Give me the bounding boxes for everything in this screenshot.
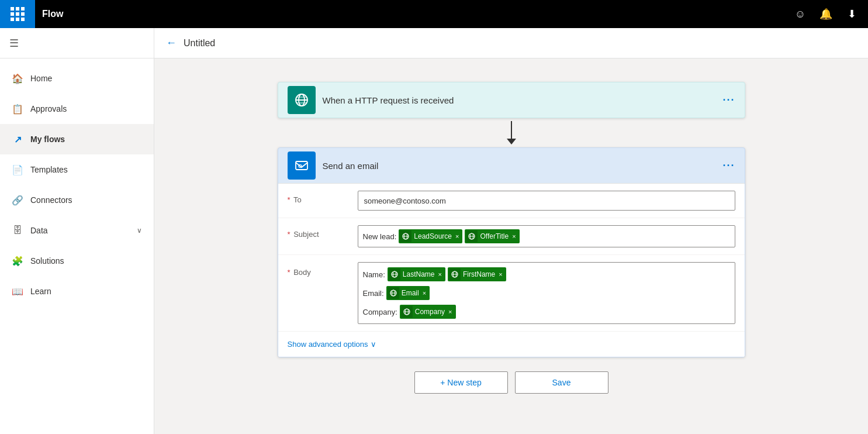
body-required: * bbox=[288, 268, 291, 277]
firstname-chip-close[interactable]: × bbox=[499, 271, 502, 278]
offertitle-chip-label: OfferTitle bbox=[480, 232, 509, 240]
sidebar-nav: 🏠 Home 📋 Approvals ↗ My flows 📄 Template… bbox=[0, 58, 154, 434]
subject-row: * Subject New lead: LeadSource × bbox=[278, 218, 745, 255]
templates-icon: 📄 bbox=[12, 164, 23, 175]
to-row: * To bbox=[278, 184, 745, 218]
show-advanced-chevron-icon: ∨ bbox=[371, 340, 376, 349]
show-advanced-label: Show advanced options bbox=[288, 340, 368, 349]
flow-arrow bbox=[507, 118, 516, 147]
subject-label: * Subject bbox=[288, 225, 358, 239]
trigger-block[interactable]: When a HTTP request is received ··· bbox=[278, 82, 745, 118]
company-chip-close[interactable]: × bbox=[448, 308, 452, 315]
body-email-line: Email: Email × bbox=[363, 286, 730, 300]
save-button[interactable]: Save bbox=[515, 371, 608, 394]
arrow-head bbox=[507, 139, 516, 144]
action-title: Send an email bbox=[323, 161, 716, 171]
token-offertitle[interactable]: OfferTitle × bbox=[465, 229, 519, 243]
trigger-icon bbox=[288, 86, 316, 114]
sidebar-item-connectors[interactable]: 🔗 Connectors bbox=[0, 185, 154, 215]
sidebar-item-data[interactable]: 🗄 Data ∨ bbox=[0, 215, 154, 246]
body-company-line: Company: Company × bbox=[363, 305, 730, 319]
leadsource-chip-icon bbox=[400, 230, 411, 242]
body-company-prefix: Company: bbox=[363, 308, 397, 316]
firstname-chip-label: FirstName bbox=[463, 270, 495, 278]
sidebar: ☰ 🏠 Home 📋 Approvals ↗ My flows 📄 Templa… bbox=[0, 28, 154, 434]
subject-input[interactable]: New lead: LeadSource × bbox=[358, 225, 735, 247]
svg-text:O: O bbox=[298, 163, 302, 169]
topbar: Flow ☺ 🔔 ⬇ bbox=[0, 0, 868, 28]
waffle-icon bbox=[11, 7, 25, 21]
bottom-actions: + New step Save bbox=[414, 357, 608, 403]
sidebar-item-home[interactable]: 🏠 Home bbox=[0, 63, 154, 94]
sidebar-header: ☰ bbox=[0, 28, 154, 58]
data-chevron-icon: ∨ bbox=[137, 226, 142, 235]
sidebar-item-approvals[interactable]: 📋 Approvals bbox=[0, 94, 154, 124]
email-chip-label: Email bbox=[402, 289, 419, 297]
hamburger-icon[interactable]: ☰ bbox=[9, 37, 19, 50]
sidebar-label-solutions: Solutions bbox=[30, 256, 64, 266]
connectors-icon: 🔗 bbox=[12, 195, 23, 206]
token-firstname[interactable]: FirstName × bbox=[448, 267, 506, 281]
firstname-chip-icon bbox=[449, 268, 461, 280]
download-button[interactable]: ⬇ bbox=[840, 2, 863, 26]
topbar-actions: ☺ 🔔 ⬇ bbox=[789, 2, 868, 26]
to-input[interactable] bbox=[358, 191, 735, 211]
sidebar-item-templates[interactable]: 📄 Templates bbox=[0, 154, 154, 185]
sidebar-label-approvals: Approvals bbox=[30, 104, 67, 113]
trigger-header: When a HTTP request is received ··· bbox=[278, 82, 745, 118]
show-advanced-link[interactable]: Show advanced options ∨ bbox=[288, 340, 735, 349]
body-input[interactable]: Name: LastName × bbox=[358, 262, 735, 324]
sidebar-item-solutions[interactable]: 🧩 Solutions bbox=[0, 246, 154, 276]
data-icon: 🗄 bbox=[12, 225, 23, 236]
waffle-button[interactable] bbox=[0, 0, 35, 28]
back-button[interactable]: ← bbox=[166, 37, 177, 49]
sidebar-item-learn[interactable]: 📖 Learn bbox=[0, 276, 154, 306]
myflows-icon: ↗ bbox=[12, 134, 23, 145]
body-label: * Body bbox=[288, 262, 358, 277]
offertitle-chip-icon bbox=[466, 230, 478, 242]
lastname-chip-icon bbox=[389, 268, 400, 280]
approvals-icon: 📋 bbox=[12, 104, 23, 115]
action-header: O Send an email ··· bbox=[278, 148, 745, 183]
lastname-chip-label: LastName bbox=[403, 270, 435, 278]
sidebar-label-myflows: My flows bbox=[30, 135, 65, 144]
sidebar-item-myflows[interactable]: ↗ My flows bbox=[0, 124, 154, 154]
feedback-button[interactable]: ☺ bbox=[789, 2, 812, 26]
arrow-line bbox=[511, 121, 512, 139]
content-area: ← Untitled When a HTT bbox=[154, 28, 868, 434]
sidebar-label-learn: Learn bbox=[30, 287, 51, 296]
email-chip-icon bbox=[388, 287, 399, 299]
new-step-button[interactable]: + New step bbox=[414, 371, 508, 394]
body-name-prefix: Name: bbox=[363, 270, 385, 279]
email-chip-close[interactable]: × bbox=[423, 290, 426, 297]
token-email[interactable]: Email × bbox=[386, 286, 430, 300]
token-company[interactable]: Company × bbox=[400, 305, 456, 319]
token-lastname[interactable]: LastName × bbox=[388, 267, 445, 281]
main-layout: ☰ 🏠 Home 📋 Approvals ↗ My flows 📄 Templa… bbox=[0, 28, 868, 434]
body-email-prefix: Email: bbox=[363, 289, 384, 298]
solutions-icon: 🧩 bbox=[12, 256, 23, 267]
home-icon: 🏠 bbox=[12, 73, 23, 84]
sidebar-label-connectors: Connectors bbox=[30, 195, 72, 205]
flow-canvas: When a HTTP request is received ··· O bbox=[154, 58, 868, 434]
body-name-line: Name: LastName × bbox=[363, 267, 730, 281]
trigger-more-button[interactable]: ··· bbox=[722, 94, 735, 106]
action-block[interactable]: O Send an email ··· * To bbox=[278, 147, 745, 357]
app-title: Flow bbox=[42, 9, 63, 19]
subject-prefix: New lead: bbox=[363, 232, 397, 241]
leadsource-chip-label: LeadSource bbox=[414, 232, 452, 240]
token-leadsource[interactable]: LeadSource × bbox=[399, 229, 462, 243]
to-label: * To bbox=[288, 191, 358, 204]
company-chip-icon bbox=[401, 306, 413, 318]
action-more-button[interactable]: ··· bbox=[722, 160, 735, 172]
trigger-title: When a HTTP request is received bbox=[323, 95, 716, 105]
page-title: Untitled bbox=[184, 38, 215, 49]
show-advanced-section: Show advanced options ∨ bbox=[278, 332, 745, 357]
leadsource-chip-close[interactable]: × bbox=[455, 233, 459, 240]
content-header: ← Untitled bbox=[154, 28, 868, 58]
notification-button[interactable]: 🔔 bbox=[814, 2, 838, 26]
sidebar-label-home: Home bbox=[30, 74, 52, 83]
offertitle-chip-close[interactable]: × bbox=[512, 233, 516, 240]
to-required: * bbox=[288, 195, 291, 204]
lastname-chip-close[interactable]: × bbox=[438, 271, 442, 278]
